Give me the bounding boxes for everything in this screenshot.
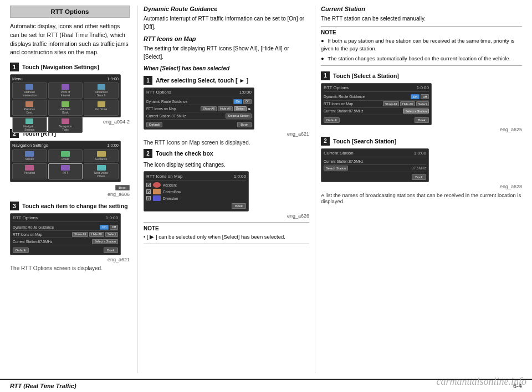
- rtt-select-station-btn[interactable]: Select a Station: [92, 239, 118, 244]
- dynamic-route-text: Automatic Interrupt of RTT traffic infor…: [144, 14, 309, 31]
- right-step2-caption: eng_a628: [321, 184, 522, 189]
- mid-on-btn[interactable]: On: [233, 99, 242, 104]
- rtt-options-title: RTT Options: [51, 8, 89, 15]
- mid-bottom-caption: The RTT Icons on Map screen is displayed…: [144, 140, 309, 146]
- mid-hide-all-btn[interactable]: Hide All: [218, 106, 233, 111]
- navsettings-voice-btn[interactable]: Next Voice/Others: [84, 163, 119, 179]
- right-show-all-btn[interactable]: Show All: [383, 101, 399, 106]
- rtt-screen-title-mid: RTT Options: [146, 90, 171, 95]
- mid-step1-label: After selecting Select, touch [ ► ]: [156, 77, 248, 84]
- check-accident[interactable]: [146, 183, 151, 187]
- search-station-label: Current Station:87.5MHz: [324, 159, 364, 163]
- nav-btn-home[interactable]: Go Home: [84, 100, 119, 116]
- rtt-select-btn[interactable]: Select: [105, 232, 118, 237]
- step3-number: 3: [10, 202, 19, 210]
- nav-btn-book[interactable]: AddressBook: [48, 100, 83, 116]
- search-station-btn[interactable]: Search Station: [324, 166, 348, 171]
- rtt-options-screen-mid: RTT Options 1:0:00 Dynamic Route Guidanc…: [144, 87, 254, 130]
- right-hide-all-btn[interactable]: Hide All: [400, 101, 415, 106]
- step2-book-btn[interactable]: Book: [115, 185, 130, 190]
- rtt-on-btn[interactable]: On: [100, 225, 108, 230]
- left-intro-text: Automatic display, icons and other setti…: [10, 22, 130, 57]
- bullet1-dot: ●: [321, 38, 324, 44]
- check-accident-label: Accident: [163, 183, 177, 187]
- checkbox-screen-title: RTT Icons on Map: [146, 174, 183, 179]
- nav-menu-title: Menu: [12, 76, 23, 81]
- dynamic-route-title: Dynamic Route Guidance: [144, 6, 309, 12]
- step3-book-btn[interactable]: Book: [104, 247, 118, 253]
- right-note-bullet2: ● The station changes automatically base…: [321, 55, 522, 63]
- mid-step2-caption: eng_a626: [144, 213, 309, 219]
- check-controlflow-label: Controlflow: [163, 190, 181, 194]
- navsettings-title: Navigation Settings: [12, 143, 48, 148]
- mid-default-btn[interactable]: Default: [146, 122, 162, 127]
- rtt-show-all-btn[interactable]: Show All: [72, 232, 88, 237]
- rtt-icons-map-title: RTT Icons on Map: [144, 35, 309, 42]
- check-row-accident: Accident: [146, 182, 246, 188]
- navsettings-screen-btn[interactable]: Screen: [12, 149, 47, 162]
- mid-off-btn[interactable]: Off: [243, 99, 252, 104]
- right-off-btn[interactable]: Off: [421, 94, 429, 99]
- left-column: RTT Options Automatic display, icons and…: [10, 6, 137, 373]
- when-selected-label: When [Select] has been selected: [144, 65, 309, 71]
- right-step1-book-btn[interactable]: Book: [415, 117, 429, 123]
- rtt-current-station-label: Current Station:87.5MHz: [13, 240, 53, 244]
- right-step1-heading: 1 Touch [Select a Station]: [321, 71, 522, 80]
- rtt-icons-map-text: The setting for displaying RTT icons [Sh…: [144, 44, 309, 61]
- right-step1-number: 1: [321, 71, 330, 80]
- mid-step1-book-btn[interactable]: Book: [237, 122, 252, 127]
- mid-station-label: Current Station:87.5MHz: [146, 114, 186, 118]
- mid-step2-book-btn[interactable]: Book: [232, 203, 246, 209]
- right-default-btn[interactable]: Default: [324, 117, 340, 123]
- footer-left-text: RTT (Real Time Traffic): [10, 383, 76, 389]
- rtt-options-screen-right: RTT Options 1:0:00 Dynamic Route Guidanc…: [321, 83, 432, 125]
- navsettings-guidance-btn[interactable]: Guidance: [84, 149, 119, 162]
- navsettings-rtt-btn[interactable]: RTT: [48, 163, 83, 179]
- right-dynamic-label: Dynamic Route Guidance: [324, 95, 365, 99]
- right-note-bullet1-text: If both a pay station and free station c…: [321, 38, 514, 51]
- right-select-btn[interactable]: Select: [416, 101, 429, 106]
- right-select-station-btn[interactable]: Select a Station: [403, 109, 429, 114]
- right-step2-label: Touch [Search Station]: [333, 138, 396, 145]
- mid-icons-label: RTT Icons on Map: [146, 107, 176, 111]
- rtt-default-btn[interactable]: Default: [13, 247, 29, 253]
- nav-btn-tools[interactable]: NavigationTools: [48, 117, 83, 133]
- mid-show-all-btn[interactable]: Show All: [201, 106, 217, 111]
- nav-btn-settings[interactable]: Navigati...Settings: [12, 117, 47, 133]
- navsettings-route-btn[interactable]: Route: [48, 149, 83, 162]
- rtt-screen-time-left: 1:0:00: [106, 215, 118, 220]
- rtt-options-header: RTT Options: [10, 6, 130, 18]
- rtt-off-btn[interactable]: Off: [110, 225, 118, 230]
- nav-btn-poi[interactable]: Point ofInterest: [48, 82, 83, 99]
- check-diversion[interactable]: [146, 196, 151, 200]
- right-note-title: NOTE: [321, 29, 522, 35]
- rtt-hide-all-btn[interactable]: Hide All: [89, 232, 104, 237]
- left-bottom-caption: The RTT Options screen is displayed.: [10, 265, 130, 271]
- right-on-btn[interactable]: On: [411, 94, 419, 99]
- nav-btn-advanced[interactable]: AdvancedSearch: [84, 82, 119, 99]
- right-screen-title: RTT Options: [324, 85, 349, 90]
- right-step1-caption: eng_a625: [321, 127, 522, 132]
- right-step2-book-btn[interactable]: Book: [412, 174, 426, 180]
- check-diversion-label: Diversion: [163, 197, 178, 200]
- navsettings-personal-btn[interactable]: Personal: [12, 163, 47, 179]
- checkbox-screen-time: 1:0:00: [234, 174, 246, 179]
- rtt-icons-label: RTT Icons on Map: [13, 233, 42, 236]
- mid-select-station-btn[interactable]: Select a Station: [226, 114, 252, 118]
- right-note-block: NOTE ● If both a pay station and free st…: [321, 26, 522, 66]
- rtt-options-screen-left: RTT Options 1:0:00 Dynamic Route Guidanc…: [10, 213, 121, 255]
- nav-btn-prev[interactable]: PreviousDest.: [12, 100, 47, 116]
- watermark-text: carmanualsonline.info: [437, 376, 527, 387]
- navsettings-time: 1:0:00: [107, 143, 119, 148]
- check-controlflow[interactable]: [146, 189, 151, 194]
- mid-note-text: • [ ▶ ] can be selected only when [Selec…: [144, 233, 309, 241]
- mid-step2-label: Touch the check box: [156, 150, 213, 157]
- mid-select-btn[interactable]: Select: [234, 106, 247, 111]
- mid-arrow-right[interactable]: ►: [248, 107, 252, 111]
- nav-settings-screen: Navigation Settings 1:0:00 Screen Route …: [10, 141, 121, 182]
- step2-caption: eng_a606: [10, 192, 130, 197]
- page: RTT Options Automatic display, icons and…: [0, 0, 532, 392]
- nav-btn-address[interactable]: Address/Intersection: [12, 82, 47, 99]
- search-screen-time: 1:0:00: [414, 151, 426, 156]
- rtt-screen-time-mid: 1:0:00: [239, 90, 252, 95]
